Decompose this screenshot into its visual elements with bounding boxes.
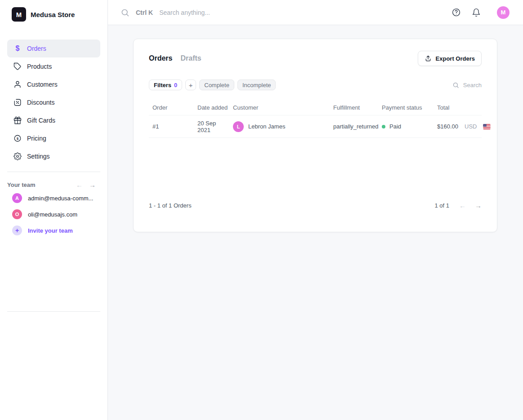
sidebar-item-customers[interactable]: Customers <box>7 75 100 93</box>
plus-icon: + <box>12 225 22 235</box>
add-filter-button[interactable]: + <box>185 80 196 90</box>
store-switcher[interactable]: M Medusa Store <box>7 7 100 22</box>
gear-icon <box>13 152 22 160</box>
tag-icon <box>13 62 22 71</box>
sidebar-item-discounts[interactable]: Discounts <box>7 93 100 111</box>
table-row[interactable]: #1 20 Sep 2021 L Lebron James partially_… <box>149 115 482 138</box>
column-header-customer: Customer <box>229 104 330 111</box>
user-avatar[interactable]: M <box>497 6 510 19</box>
table-search-placeholder: Search <box>463 82 482 88</box>
us-flag-icon <box>483 124 491 129</box>
sidebar-item-orders[interactable]: $ Orders <box>7 40 100 57</box>
payment-status-cell: Paid <box>378 123 434 130</box>
svg-text:$: $ <box>17 137 19 141</box>
sidebar-item-products[interactable]: Products <box>7 57 100 75</box>
team-pager: ← → <box>76 181 96 189</box>
table-header-row: Order Date added Customer Fulfillment Pa… <box>149 100 482 115</box>
store-name: Medusa Store <box>31 11 75 18</box>
main-area: Ctrl K Search anything... M Orders Draft… <box>108 0 523 420</box>
customer-name: Lebron James <box>248 123 285 130</box>
team-title: Your team <box>7 181 36 188</box>
sidebar-divider <box>7 172 100 172</box>
sidebar-item-label: Customers <box>27 81 58 88</box>
discount-icon <box>13 98 22 106</box>
sidebar-item-label: Discounts <box>27 99 54 106</box>
upload-icon <box>425 55 432 62</box>
sidebar-item-label: Pricing <box>27 135 46 142</box>
dollar-icon: $ <box>13 44 22 53</box>
total-amount: $160.00 <box>437 123 458 130</box>
sidebar-item-pricing[interactable]: $ Pricing <box>7 129 100 147</box>
app-window: M Medusa Store $ Orders Products Custome… <box>0 0 523 420</box>
invite-team-button[interactable]: + Invite your team <box>7 222 100 239</box>
payment-status-label: Paid <box>389 123 401 130</box>
search-placeholder: Search anything... <box>159 9 210 16</box>
pagination: 1 of 1 ← → <box>434 202 482 209</box>
customer-avatar: L <box>233 121 244 132</box>
column-header-payment-status: Payment status <box>378 104 434 111</box>
avatar: O <box>12 209 22 219</box>
sidebar-item-label: Orders <box>27 45 46 52</box>
tab-drafts[interactable]: Drafts <box>180 54 201 62</box>
next-page-icon[interactable]: → <box>475 202 482 209</box>
paid-status-dot-icon <box>382 125 385 128</box>
filters-label: Filters <box>154 82 171 88</box>
quick-filter-complete[interactable]: Complete <box>199 80 234 90</box>
help-icon[interactable] <box>451 8 461 17</box>
sidebar-item-label: Settings <box>27 153 50 160</box>
table-search-input[interactable]: Search <box>452 82 482 88</box>
topbar-actions: M <box>451 6 510 19</box>
quick-filter-incomplete[interactable]: Incomplete <box>237 80 276 90</box>
sidebar-nav: $ Orders Products Customers Discounts <box>7 40 100 165</box>
column-header-order: Order <box>149 104 194 111</box>
order-id-cell: #1 <box>149 123 194 130</box>
sidebar-item-gift-cards[interactable]: Gift Cards <box>7 111 100 129</box>
content-area: Orders Drafts Export Orders Filters 0 + <box>108 25 523 420</box>
topbar: Ctrl K Search anything... M <box>108 0 523 25</box>
date-added-cell: 20 Sep 2021 <box>194 120 229 133</box>
team-prev-icon[interactable]: ← <box>76 181 83 189</box>
currency-code: USD <box>465 123 477 130</box>
card-header: Orders Drafts Export Orders <box>149 51 482 66</box>
export-orders-button[interactable]: Export Orders <box>418 51 482 66</box>
user-icon <box>13 80 22 88</box>
quick-filter-label: Incomplete <box>242 82 271 88</box>
prev-page-icon[interactable]: ← <box>459 202 466 209</box>
notifications-bell-icon[interactable] <box>472 8 481 17</box>
plus-icon: + <box>189 82 193 88</box>
team-next-icon[interactable]: → <box>89 181 96 189</box>
page-indicator: 1 of 1 <box>434 202 449 209</box>
table-footer: 1 - 1 of 1 Orders 1 of 1 ← → <box>149 202 482 209</box>
sidebar-item-label: Gift Cards <box>27 117 55 124</box>
global-search-input[interactable]: Ctrl K Search anything... <box>121 8 210 17</box>
team-member[interactable]: A admin@medusa-comm... <box>7 190 100 206</box>
fulfillment-cell: partially_returned <box>330 123 378 130</box>
results-count: 1 - 1 of 1 Orders <box>149 202 192 209</box>
export-orders-label: Export Orders <box>436 55 475 62</box>
sidebar-divider <box>7 311 100 312</box>
filters-row: Filters 0 + Complete Incomplete <box>149 80 482 90</box>
total-cell: $160.00 USD <box>434 123 493 130</box>
team-header: Your team ← → <box>7 179 100 190</box>
orders-table: Order Date added Customer Fulfillment Pa… <box>149 100 482 138</box>
store-logo: M <box>12 7 26 22</box>
invite-team-label: Invite your team <box>28 227 73 234</box>
sidebar-item-settings[interactable]: Settings <box>7 147 100 165</box>
team-member[interactable]: O oli@medusajs.com <box>7 206 100 222</box>
tab-orders[interactable]: Orders <box>149 54 172 62</box>
sidebar-item-label: Products <box>27 63 52 70</box>
column-header-total: Total <box>434 104 482 111</box>
pagination-arrows: ← → <box>459 202 482 209</box>
orders-card: Orders Drafts Export Orders Filters 0 + <box>133 39 497 232</box>
gift-icon <box>13 116 22 124</box>
filters-button[interactable]: Filters 0 <box>149 80 182 90</box>
team-member-email: admin@medusa-comm... <box>28 195 93 202</box>
table-empty-space <box>149 138 482 202</box>
tabs: Orders Drafts <box>149 54 201 62</box>
quick-filter-label: Complete <box>204 82 229 88</box>
search-icon <box>121 8 130 17</box>
filters-count: 0 <box>174 82 177 88</box>
search-shortcut: Ctrl K <box>136 9 153 16</box>
sidebar: M Medusa Store $ Orders Products Custome… <box>0 0 108 420</box>
coin-icon: $ <box>13 134 22 142</box>
